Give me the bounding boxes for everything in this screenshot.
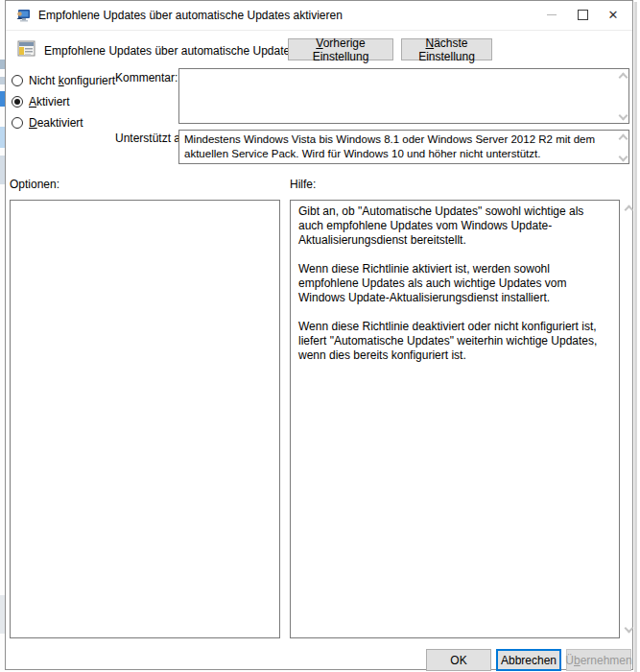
radio-enabled-circle[interactable] <box>12 96 23 108</box>
screenshot-root: { "window": { "title": "Empfohlene Updat… <box>0 0 640 672</box>
help-text-panel: Gibt an, ob "Automatische Updates" sowoh… <box>290 200 620 638</box>
apply-button-pre: Ü <box>565 654 574 667</box>
radio-not-configured-label: Nicht konfiguriert <box>29 74 115 87</box>
radio-enabled-label: Aktiviert <box>29 95 70 108</box>
help-paragraph: Wenn diese Richtlinie deaktiviert oder n… <box>298 320 611 363</box>
help-paragraph: Wenn diese Richtlinie aktiviert ist, wer… <box>298 262 611 305</box>
apply-button-accesskey: b <box>574 654 581 667</box>
next-button-accesskey: N <box>425 36 434 50</box>
comment-input[interactable] <box>178 68 629 124</box>
options-panel <box>10 200 280 638</box>
minimize-icon <box>547 14 557 15</box>
apply-button: Übernehmen <box>566 649 631 671</box>
radio-not-configured[interactable]: Nicht konfiguriert <box>12 74 115 87</box>
maximize-button[interactable] <box>567 1 598 29</box>
supported-on-value: Mindestens Windows Vista bis Windows 8.1… <box>178 130 629 164</box>
help-scroll-down-icon[interactable] <box>625 624 634 634</box>
radio-not-configured-circle[interactable] <box>12 75 23 86</box>
radio-disabled-circle[interactable] <box>12 117 23 129</box>
help-paragraph: Gibt an, ob "Automatische Updates" sowoh… <box>298 204 611 248</box>
group-policy-app-icon <box>15 8 31 23</box>
radio-disabled[interactable]: Deaktiviert <box>12 116 83 130</box>
comment-label: Kommentar: <box>115 71 178 84</box>
help-scroll-up-icon[interactable] <box>625 205 634 215</box>
help-scrollbar[interactable] <box>623 200 636 638</box>
close-button[interactable]: ✕ <box>598 1 628 29</box>
close-icon: ✕ <box>608 8 619 22</box>
policy-setting-dialog: Empfohlene Updates über automatische Upd… <box>5 0 633 670</box>
previous-setting-button[interactable]: Vorherige Einstellung <box>288 38 393 60</box>
options-label: Optionen: <box>10 178 59 191</box>
help-label: Hilfe: <box>290 178 316 191</box>
radio-disabled-label: Deaktiviert <box>29 116 83 130</box>
title-bar[interactable]: Empfohlene Updates über automatische Upd… <box>6 1 632 31</box>
next-setting-button[interactable]: Nächste Einstellung <box>401 38 492 60</box>
ok-button[interactable]: OK <box>426 649 491 671</box>
apply-button-label: ernehmen <box>581 654 632 667</box>
prev-button-accesskey: V <box>316 36 322 50</box>
cancel-button[interactable]: Abbrechen <box>496 649 561 671</box>
maximize-icon <box>578 10 588 20</box>
minimize-button <box>536 1 567 29</box>
window-title: Empfohlene Updates über automatische Upd… <box>38 9 343 22</box>
policy-setting-icon <box>17 40 36 58</box>
radio-enabled[interactable]: Aktiviert <box>12 95 70 108</box>
